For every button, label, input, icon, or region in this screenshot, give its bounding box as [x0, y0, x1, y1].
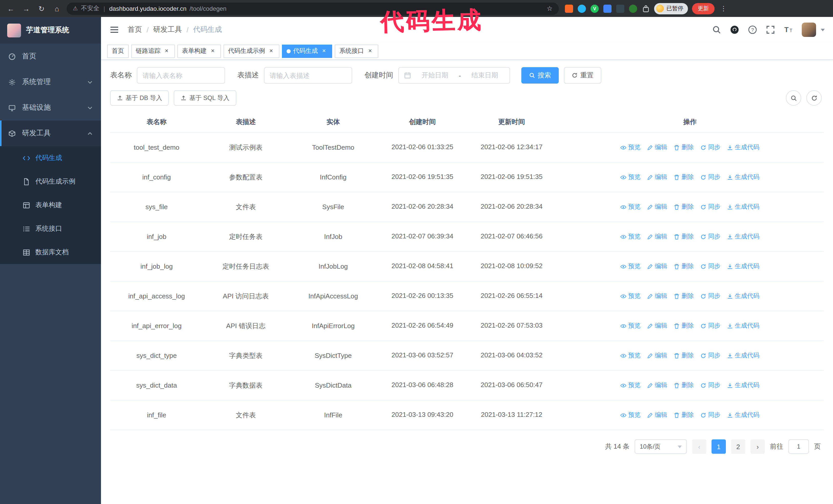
page-button-1[interactable]: 1	[712, 439, 726, 454]
browser-update-button[interactable]: 更新	[692, 3, 715, 14]
view-tab[interactable]: 系统接口×	[335, 44, 378, 58]
github-icon[interactable]	[730, 25, 739, 34]
back-icon[interactable]: ←	[5, 3, 17, 14]
sync-link[interactable]: 同步	[700, 202, 720, 211]
extension-icon[interactable]	[578, 4, 586, 13]
reload-icon[interactable]: ↻	[36, 3, 47, 14]
sidebar-item-infra[interactable]: 基础设施	[0, 95, 101, 120]
sidebar-item-db-doc[interactable]: 数据库文档	[0, 240, 101, 264]
security-label[interactable]: 不安全	[81, 4, 99, 13]
sidebar-item-codegen[interactable]: 代码生成	[0, 146, 101, 170]
view-tab[interactable]: 代码生成示例×	[223, 44, 279, 58]
view-tab[interactable]: 代码生成×	[282, 44, 332, 58]
generate-code-link[interactable]: 生成代码	[727, 262, 759, 271]
edit-link[interactable]: 编辑	[647, 381, 667, 390]
hamburger-icon[interactable]	[109, 25, 119, 35]
delete-link[interactable]: 删除	[674, 173, 694, 182]
search-icon[interactable]	[712, 25, 721, 34]
sidebar-logo[interactable]: 芋道管理系统	[0, 17, 101, 44]
page-button-2[interactable]: 2	[731, 439, 745, 454]
edit-link[interactable]: 编辑	[647, 173, 667, 182]
import-db-button[interactable]: 基于 DB 导入	[110, 90, 169, 105]
delete-link[interactable]: 删除	[674, 232, 694, 241]
generate-code-link[interactable]: 生成代码	[727, 381, 759, 390]
sync-link[interactable]: 同步	[700, 143, 720, 152]
user-avatar[interactable]	[802, 23, 816, 37]
view-tab[interactable]: 表单构建×	[177, 44, 221, 58]
generate-code-link[interactable]: 生成代码	[727, 351, 759, 360]
fullscreen-icon[interactable]	[766, 25, 775, 34]
sync-link[interactable]: 同步	[700, 351, 720, 360]
extension-icon[interactable]	[629, 4, 637, 13]
preview-link[interactable]: 预览	[620, 321, 641, 330]
edit-link[interactable]: 编辑	[647, 411, 667, 419]
extension-icon[interactable]	[565, 4, 573, 13]
sync-link[interactable]: 同步	[700, 292, 720, 301]
generate-code-link[interactable]: 生成代码	[727, 173, 759, 182]
sync-link[interactable]: 同步	[700, 173, 720, 182]
sidebar-item-devtools[interactable]: 研发工具	[0, 120, 101, 146]
extension-icon[interactable]: V	[591, 4, 599, 13]
preview-link[interactable]: 预览	[620, 143, 641, 152]
preview-link[interactable]: 预览	[620, 351, 641, 360]
font-size-icon[interactable]: TT	[784, 25, 793, 34]
sidebar-item-codegen-example[interactable]: 代码生成示例	[0, 170, 101, 193]
delete-link[interactable]: 删除	[674, 411, 694, 419]
generate-code-link[interactable]: 生成代码	[727, 143, 759, 152]
date-start-placeholder[interactable]: 开始日期	[415, 71, 455, 80]
avatar-dropdown-caret-icon[interactable]	[821, 28, 825, 31]
edit-link[interactable]: 编辑	[647, 262, 667, 271]
edit-link[interactable]: 编辑	[647, 232, 667, 241]
profile-chip[interactable]: 已暂停	[654, 3, 688, 14]
search-button[interactable]: 搜索	[521, 67, 559, 83]
toggle-search-button[interactable]	[786, 90, 801, 105]
preview-link[interactable]: 预览	[620, 232, 641, 241]
delete-link[interactable]: 删除	[674, 381, 694, 390]
tab-close-icon[interactable]: ×	[209, 47, 216, 55]
preview-link[interactable]: 预览	[620, 381, 641, 390]
delete-link[interactable]: 删除	[674, 262, 694, 271]
sidebar-item-home[interactable]: 首页	[0, 44, 101, 69]
view-tab[interactable]: 首页	[107, 44, 129, 58]
edit-link[interactable]: 编辑	[647, 202, 667, 211]
preview-link[interactable]: 预览	[620, 292, 641, 301]
page-size-select[interactable]: 10条/页	[635, 439, 687, 454]
home-icon[interactable]: ⌂	[51, 3, 63, 14]
tab-close-icon[interactable]: ×	[268, 47, 275, 55]
delete-link[interactable]: 删除	[674, 351, 694, 360]
next-page-button[interactable]: ›	[751, 439, 765, 454]
sidebar-item-form-builder[interactable]: 表单构建	[0, 193, 101, 217]
preview-link[interactable]: 预览	[620, 173, 641, 182]
generate-code-link[interactable]: 生成代码	[727, 321, 759, 330]
browser-menu-icon[interactable]: ⋮	[719, 5, 729, 12]
sync-link[interactable]: 同步	[700, 262, 720, 271]
sidebar-item-api[interactable]: 系统接口	[0, 217, 101, 240]
sync-link[interactable]: 同步	[700, 411, 720, 419]
date-end-placeholder[interactable]: 结束日期	[465, 71, 504, 80]
goto-page-input[interactable]	[788, 439, 809, 454]
preview-link[interactable]: 预览	[620, 411, 641, 419]
delete-link[interactable]: 删除	[674, 321, 694, 330]
extension-icon[interactable]	[603, 4, 612, 13]
bookmark-star-icon[interactable]: ☆	[547, 5, 553, 12]
edit-link[interactable]: 编辑	[647, 321, 667, 330]
edit-link[interactable]: 编辑	[647, 292, 667, 301]
tab-close-icon[interactable]: ×	[163, 47, 170, 55]
help-icon[interactable]: ?	[748, 25, 757, 34]
sync-link[interactable]: 同步	[700, 321, 720, 330]
tab-close-icon[interactable]: ×	[320, 47, 328, 55]
address-bar[interactable]: ⚠ 不安全 | dashboard.yudao.iocoder.cn /tool…	[67, 2, 559, 15]
extensions-puzzle-icon[interactable]	[642, 4, 650, 13]
tab-close-icon[interactable]: ×	[366, 47, 374, 55]
reset-button[interactable]: 重置	[564, 67, 601, 83]
extension-icon[interactable]	[616, 4, 624, 13]
refresh-table-button[interactable]	[806, 90, 822, 105]
date-range-picker[interactable]: 开始日期 - 结束日期	[398, 67, 510, 83]
generate-code-link[interactable]: 生成代码	[727, 232, 759, 241]
delete-link[interactable]: 删除	[674, 143, 694, 152]
preview-link[interactable]: 预览	[620, 202, 641, 211]
breadcrumb-home[interactable]: 首页	[128, 25, 142, 34]
import-sql-button[interactable]: 基于 SQL 导入	[174, 90, 236, 105]
generate-code-link[interactable]: 生成代码	[727, 411, 759, 419]
sync-link[interactable]: 同步	[700, 232, 720, 241]
